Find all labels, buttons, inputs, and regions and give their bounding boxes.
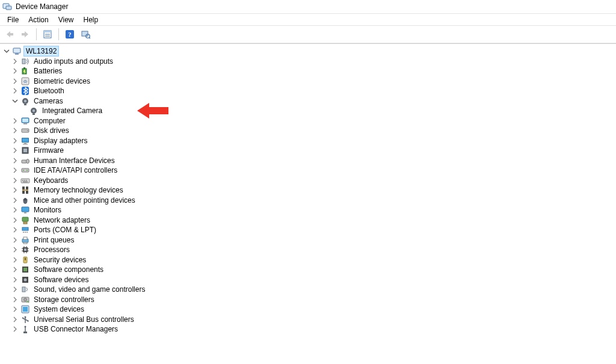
tree-category-label[interactable]: Computer [32,116,67,126]
chevron-right-icon[interactable] [11,315,19,324]
chevron-right-icon[interactable] [11,206,19,214]
tree-category-row[interactable]: Monitors [2,205,616,215]
chevron-right-icon[interactable] [11,256,19,264]
chevron-right-icon[interactable] [11,245,19,254]
menu-action[interactable]: Action [23,15,53,25]
tree-device-row[interactable]: Integrated Camera [2,106,616,116]
tree-category-row[interactable]: Display adapters [2,136,616,146]
tree-category-row[interactable]: USB Connector Managers [2,324,616,335]
tree-category-row[interactable]: Software devices [2,275,616,285]
tree-category-label[interactable]: Ports (COM & LPT) [32,225,97,235]
chevron-right-icon[interactable] [11,87,19,95]
tree-root-label[interactable]: WL13192 [23,46,59,57]
storage-icon [20,295,30,304]
chevron-right-icon[interactable] [11,67,19,75]
scan-hardware-button[interactable] [78,27,93,42]
tree-category-row[interactable]: IDE ATA/ATAPI controllers [2,165,616,176]
chevron-right-icon[interactable] [11,176,19,185]
chevron-right-icon[interactable] [11,285,19,294]
chevron-right-icon[interactable] [11,57,19,66]
tree-category-label[interactable]: Audio inputs and outputs [32,57,114,66]
chevron-right-icon[interactable] [11,265,19,274]
tree-category-label[interactable]: Software components [32,265,105,274]
tree-category-label[interactable]: USB Connector Managers [32,324,119,334]
tree-category-row[interactable]: Universal Serial Bus controllers [2,315,616,325]
tree-root-row[interactable]: WL13192 [2,46,616,57]
tree-category-row[interactable]: Storage controllers [2,295,616,305]
tree-category-row[interactable]: Audio inputs and outputs [2,57,616,67]
ports-icon [20,225,30,235]
tree-category-row[interactable]: Network adapters [2,215,616,226]
tree-category-label[interactable]: Human Interface Devices [32,156,116,165]
tree-category-row[interactable]: Print queues [2,235,616,245]
tree-category-row[interactable]: Keyboards [2,176,616,186]
tree-category-label[interactable]: Security devices [32,255,87,265]
tree-category-label[interactable]: Cameras [32,96,64,106]
chevron-right-icon[interactable] [11,117,19,125]
tree-category-label[interactable]: Bluetooth [32,86,66,96]
tree-category-row[interactable]: Memory technology devices [2,185,616,196]
tree-category-label[interactable]: Print queues [32,235,75,245]
tree-category-row[interactable]: Security devices [2,255,616,265]
tree-category-row[interactable]: Processors [2,245,616,255]
tree-category-label[interactable]: Software devices [32,275,90,285]
chevron-right-icon[interactable] [11,186,19,194]
back-button[interactable] [2,27,17,42]
help-button[interactable]: ? [63,27,77,42]
chevron-right-icon[interactable] [11,325,19,333]
chevron-right-icon[interactable] [11,295,19,304]
forward-button[interactable] [18,27,32,42]
device-tree[interactable]: WL13192 Audio inputs and outputsBatterie… [0,45,616,336]
tree-category-row[interactable]: Batteries [2,66,616,76]
tree-category-label[interactable]: Sound, video and game controllers [32,285,146,294]
tree-category-label[interactable]: Display adapters [32,136,88,146]
tree-category-label[interactable]: Processors [32,245,71,254]
tree-category-label[interactable]: Monitors [32,205,63,215]
chevron-right-icon[interactable] [11,196,19,205]
tree-category-label[interactable]: Mice and other pointing devices [32,196,137,205]
chevron-right-icon[interactable] [11,156,19,165]
tree-category-row[interactable]: Mice and other pointing devices [2,196,616,206]
tree-category-row[interactable]: Biometric devices [2,76,616,87]
properties-button[interactable] [40,27,55,42]
tree-category-row[interactable]: Human Interface Devices [2,156,616,166]
menu-file[interactable]: File [2,15,23,25]
tree-category-row[interactable]: Software components [2,265,616,275]
chevron-right-icon[interactable] [11,216,19,224]
tree-category-row[interactable]: Computer [2,116,616,126]
tree-category-label[interactable]: Firmware [32,146,65,155]
tree-category-label[interactable]: Keyboards [32,176,69,185]
menu-view[interactable]: View [54,15,79,25]
chevron-right-icon[interactable] [11,137,19,145]
tree-category-label[interactable]: IDE ATA/ATAPI controllers [32,165,119,175]
chevron-right-icon[interactable] [11,226,19,234]
tree-device-label[interactable]: Integrated Camera [41,106,103,116]
tree-category-label[interactable]: Storage controllers [32,295,96,304]
tree-category-row[interactable]: System devices [2,304,616,315]
tree-category-label[interactable]: Batteries [32,66,63,76]
menu-help[interactable]: Help [79,15,103,25]
chevron-right-icon[interactable] [11,166,19,174]
app-icon [2,2,12,11]
tree-category-label[interactable]: Network adapters [32,215,91,225]
tree-category-label[interactable]: System devices [32,304,85,314]
chevron-right-icon[interactable] [11,77,19,85]
chevron-right-icon[interactable] [11,126,19,135]
chevron-down-icon[interactable] [2,47,11,55]
tree-category-row[interactable]: Ports (COM & LPT) [2,225,616,235]
chevron-right-icon[interactable] [11,236,19,244]
tree-category-label[interactable]: Universal Serial Bus controllers [32,315,135,324]
chevron-down-icon[interactable] [11,97,19,105]
chevron-right-icon[interactable] [11,146,19,155]
tree-category-label[interactable]: Biometric devices [32,76,91,86]
tree-category-row[interactable]: Sound, video and game controllers [2,285,616,295]
tree-category-label[interactable]: Disk drives [32,126,70,135]
toolbar-separator [36,28,37,40]
tree-category-row[interactable]: Cameras [2,96,616,106]
tree-category-row[interactable]: Bluetooth [2,86,616,96]
chevron-right-icon[interactable] [11,276,19,284]
tree-category-row[interactable]: Firmware [2,146,616,156]
tree-category-label[interactable]: Memory technology devices [32,185,125,195]
tree-category-row[interactable]: Disk drives [2,126,616,136]
chevron-right-icon[interactable] [11,305,19,313]
